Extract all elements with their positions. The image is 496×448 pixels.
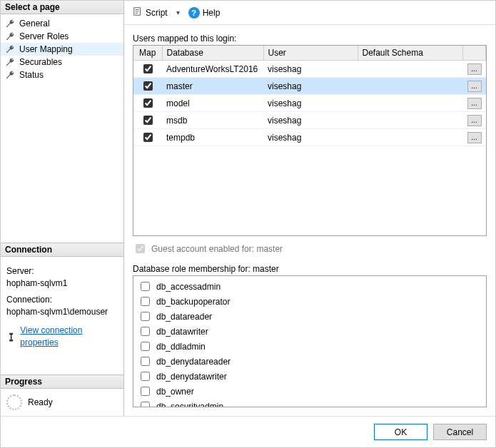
connection-info: Server: hopham-sqlvm1 Connection: hopham… xyxy=(1,257,123,353)
cell-database[interactable]: tempdb xyxy=(162,129,263,146)
sidebar: Select a page GeneralServer RolesUser Ma… xyxy=(1,1,124,416)
cell-default-schema[interactable] xyxy=(358,129,463,146)
cell-default-schema[interactable] xyxy=(358,61,463,78)
role-name: db_datawriter xyxy=(156,327,208,337)
sidebar-item-securables[interactable]: Securables xyxy=(1,56,123,68)
map-checkbox[interactable] xyxy=(143,133,153,142)
table-row[interactable]: tempdbviseshag... xyxy=(133,129,486,146)
login-properties-dialog: Select a page GeneralServer RolesUser Ma… xyxy=(0,0,496,448)
role-checkbox[interactable] xyxy=(141,342,150,351)
col-browse xyxy=(463,46,486,61)
connection-label: Connection: xyxy=(6,294,118,306)
role-item[interactable]: db_backupoperator xyxy=(138,294,482,309)
view-connection-properties-link[interactable]: View connection properties xyxy=(20,325,118,349)
mapping-table: Map Database User Default Schema Adventu… xyxy=(133,46,486,146)
page-nav-list: GeneralServer RolesUser MappingSecurable… xyxy=(1,14,123,84)
cell-user[interactable]: viseshag xyxy=(263,95,358,112)
sidebar-item-label: Server Roles xyxy=(19,31,69,41)
browse-schema-button[interactable]: ... xyxy=(467,98,482,109)
role-checkbox[interactable] xyxy=(141,297,150,306)
role-membership-list[interactable]: db_accessadmindb_backupoperatordb_datare… xyxy=(133,275,487,407)
role-name: db_ddladmin xyxy=(156,342,206,352)
role-checkbox[interactable] xyxy=(141,372,150,381)
cancel-button[interactable]: Cancel xyxy=(433,424,487,440)
role-item[interactable]: db_owner xyxy=(138,384,482,399)
role-checkbox[interactable] xyxy=(141,402,150,407)
cell-database[interactable]: model xyxy=(162,95,263,112)
map-checkbox[interactable] xyxy=(143,116,153,125)
role-item[interactable]: db_denydatawriter xyxy=(138,369,482,384)
cell-default-schema[interactable] xyxy=(358,95,463,112)
cell-default-schema[interactable] xyxy=(358,112,463,129)
col-database[interactable]: Database xyxy=(162,46,263,61)
role-checkbox[interactable] xyxy=(141,387,150,396)
map-checkbox[interactable] xyxy=(143,81,153,91)
sidebar-item-user-mapping[interactable]: User Mapping xyxy=(1,43,123,56)
table-row[interactable]: AdventureWorksLT2016viseshag... xyxy=(133,61,486,78)
role-item[interactable]: db_datareader xyxy=(138,309,482,324)
wrench-icon xyxy=(5,19,15,29)
cell-database[interactable]: msdb xyxy=(162,112,263,129)
dialog-footer: OK Cancel xyxy=(1,416,495,447)
help-button[interactable]: ? Help xyxy=(186,6,223,20)
sidebar-item-general[interactable]: General xyxy=(1,17,123,30)
cell-user[interactable]: viseshag xyxy=(263,129,358,146)
role-item[interactable]: db_securityadmin xyxy=(138,399,482,407)
sidebar-item-label: Securables xyxy=(19,57,62,67)
users-mapped-label: Users mapped to this login: xyxy=(133,34,487,44)
cell-user[interactable]: viseshag xyxy=(263,78,358,95)
role-checkbox[interactable] xyxy=(141,327,150,336)
table-row[interactable]: masterviseshag... xyxy=(133,78,486,95)
progress-body: Ready xyxy=(1,389,123,416)
progress-header: Progress xyxy=(1,375,123,389)
script-icon xyxy=(133,6,143,19)
cell-database[interactable]: AdventureWorksLT2016 xyxy=(162,61,263,78)
cell-user[interactable]: viseshag xyxy=(263,112,358,129)
role-checkbox[interactable] xyxy=(141,312,150,321)
progress-spinner-icon xyxy=(6,394,22,410)
role-name: db_datareader xyxy=(156,312,212,322)
wrench-icon xyxy=(5,57,15,67)
browse-schema-button[interactable]: ... xyxy=(467,115,482,126)
map-checkbox[interactable] xyxy=(143,98,153,108)
script-button[interactable]: Script xyxy=(130,5,171,20)
script-label: Script xyxy=(146,8,168,18)
browse-schema-button[interactable]: ... xyxy=(467,63,482,75)
cell-user[interactable]: viseshag xyxy=(263,61,358,78)
sidebar-item-label: Status xyxy=(19,70,44,80)
role-checkbox[interactable] xyxy=(141,357,150,366)
wrench-icon xyxy=(5,31,15,41)
role-name: db_denydatareader xyxy=(156,357,231,367)
wrench-icon xyxy=(5,70,15,80)
ok-button[interactable]: OK xyxy=(374,424,427,440)
map-checkbox[interactable] xyxy=(143,64,153,73)
role-checkbox[interactable] xyxy=(141,282,150,291)
toolbar: Script ▾ ? Help xyxy=(124,1,495,25)
help-label: Help xyxy=(203,8,221,18)
role-name: db_backupoperator xyxy=(156,297,230,307)
role-item[interactable]: db_denydatareader xyxy=(138,354,482,369)
browse-schema-button[interactable]: ... xyxy=(467,132,482,143)
col-default-schema[interactable]: Default Schema xyxy=(358,46,463,61)
cell-database[interactable]: master xyxy=(162,78,263,95)
sidebar-item-status[interactable]: Status xyxy=(1,68,123,81)
col-user[interactable]: User xyxy=(263,46,358,61)
help-icon: ? xyxy=(188,7,200,19)
table-row[interactable]: msdbviseshag... xyxy=(133,112,486,129)
connection-icon xyxy=(6,332,16,342)
role-name: db_accessadmin xyxy=(156,282,221,292)
script-dropdown-arrow[interactable]: ▾ xyxy=(173,9,183,16)
cell-default-schema[interactable] xyxy=(358,78,463,95)
content-pane: Script ▾ ? Help Users mapped to this log… xyxy=(124,1,495,416)
mapping-grid[interactable]: Map Database User Default Schema Adventu… xyxy=(133,45,487,236)
role-item[interactable]: db_datawriter xyxy=(138,324,482,339)
user-mapping-panel: Users mapped to this login: Map Database… xyxy=(124,25,495,416)
browse-schema-button[interactable]: ... xyxy=(467,81,482,92)
sidebar-item-server-roles[interactable]: Server Roles xyxy=(1,30,123,43)
table-row[interactable]: modelviseshag... xyxy=(133,95,486,112)
role-name: db_owner xyxy=(156,387,194,397)
role-item[interactable]: db_accessadmin xyxy=(138,279,482,294)
role-item[interactable]: db_ddladmin xyxy=(138,339,482,354)
guest-account-enabled-checkbox xyxy=(136,244,145,253)
col-map[interactable]: Map xyxy=(133,46,162,61)
